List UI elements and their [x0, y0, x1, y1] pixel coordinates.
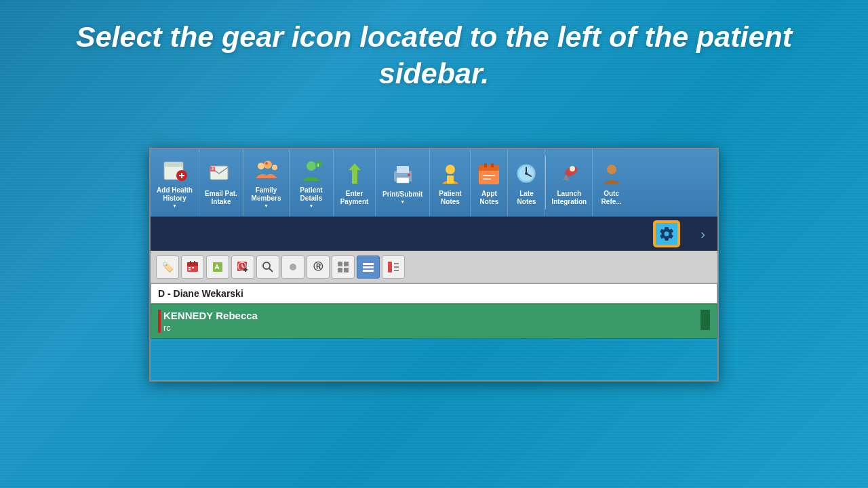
svg-rect-30	[491, 163, 494, 167]
edit-icon	[211, 260, 224, 274]
svg-rect-46	[189, 269, 191, 270]
sub-btn-person-list[interactable]	[382, 256, 405, 279]
svg-rect-44	[189, 267, 191, 268]
svg-point-55	[263, 262, 270, 269]
sub-btn-schedule[interactable]	[181, 256, 204, 279]
gear-icon	[658, 226, 675, 242]
patient-list-header: D - Diane Wekarski	[151, 283, 717, 304]
toolbar-patient-notes[interactable]: PatientNotes	[430, 149, 471, 216]
outgoing-referral-label: OutcRefe...	[601, 190, 622, 206]
patient-badge	[701, 310, 710, 330]
sub-btn-rx[interactable]: Ⓡ	[307, 256, 330, 279]
svg-point-57	[290, 264, 296, 270]
svg-point-12	[264, 161, 272, 169]
schedule-icon	[186, 260, 199, 274]
toolbar-patient-details[interactable]: i PatientDetails ▼	[290, 149, 334, 216]
clock-add-icon	[236, 260, 250, 274]
search-icon	[261, 260, 275, 274]
instruction-text: Select the gear icon located to the left…	[76, 20, 792, 89]
add-health-history-label: Add HealthHistory	[157, 186, 193, 203]
sub-btn-dot[interactable]	[281, 256, 304, 279]
svg-rect-61	[344, 268, 349, 272]
patient-details-label: PatientDetails	[300, 186, 322, 203]
svg-rect-4	[181, 173, 182, 178]
svg-point-38	[570, 166, 575, 171]
svg-rect-26	[479, 165, 499, 171]
patient-details-chevron: ▼	[309, 203, 314, 209]
sub-toolbar: 🏷️	[151, 251, 717, 283]
instruction-container: Select the gear icon located to the left…	[0, 0, 868, 104]
toolbar-outgoing-referral[interactable]: OutcRefe...	[593, 149, 630, 216]
svg-point-15	[307, 161, 316, 171]
grid-icon	[336, 260, 350, 274]
family-members-chevron: ▼	[264, 203, 269, 209]
patient-selected-row[interactable]: KENNEDY Rebecca rc	[151, 304, 717, 339]
patient-selected-info: KENNEDY Rebecca rc	[158, 310, 258, 333]
main-toolbar: Add HealthHistory ▼ Email Pat.Intake	[151, 149, 717, 217]
svg-point-39	[607, 165, 616, 174]
svg-point-23	[446, 165, 455, 174]
svg-marker-18	[349, 163, 361, 184]
print-submit-label: Print/Submit	[382, 190, 422, 199]
toolbar-appt-notes[interactable]: ApptNotes	[471, 149, 508, 216]
rx-icon: Ⓡ	[313, 261, 323, 273]
svg-rect-21	[397, 178, 409, 183]
patient-details-icon: i	[297, 156, 326, 184]
svg-rect-64	[363, 270, 374, 272]
toolbar-launch-integration[interactable]: LaunchIntegration	[546, 149, 593, 216]
add-health-history-icon	[161, 156, 189, 184]
appt-notes-icon	[475, 159, 503, 188]
enter-payment-icon	[340, 159, 369, 188]
toolbar-family-members[interactable]: FamilyMembers ▼	[243, 149, 290, 216]
svg-rect-1	[164, 162, 183, 167]
family-members-label: FamilyMembers	[252, 186, 281, 203]
outgoing-referral-icon	[597, 159, 626, 188]
svg-point-11	[258, 163, 264, 169]
patient-notes-label: PatientNotes	[439, 190, 461, 206]
svg-text:i: i	[317, 162, 319, 168]
screenshot-window: Add HealthHistory ▼ Email Pat.Intake	[149, 148, 719, 382]
svg-rect-29	[484, 163, 487, 167]
patient-notes-icon	[436, 159, 465, 188]
svg-point-14	[265, 162, 268, 165]
print-submit-chevron: ▼	[400, 199, 405, 205]
sub-btn-search[interactable]	[256, 256, 279, 279]
svg-rect-60	[338, 268, 342, 272]
svg-rect-59	[344, 262, 349, 266]
toolbar-late-notes[interactable]: LateNotes	[508, 149, 545, 216]
dark-navigation-bar: ›	[151, 217, 717, 251]
sub-btn-list-active[interactable]	[357, 256, 380, 279]
launch-integration-icon	[555, 159, 583, 188]
sub-btn-edit[interactable]	[206, 256, 229, 279]
sub-btn-clock[interactable]	[231, 256, 254, 279]
svg-rect-63	[363, 266, 374, 268]
toolbar-add-health-history[interactable]: Add HealthHistory ▼	[151, 149, 199, 216]
chevron-right-icon: ›	[701, 226, 705, 241]
gear-button[interactable]	[654, 221, 679, 247]
patient-header-name: D - Diane Wekarski	[158, 288, 243, 299]
sub-btn-tag[interactable]: 🏷️	[156, 256, 179, 279]
svg-rect-62	[363, 263, 374, 265]
main-background: Select the gear icon located to the left…	[0, 0, 868, 488]
svg-line-56	[269, 268, 273, 272]
person-list-icon	[387, 260, 400, 274]
svg-point-13	[272, 165, 277, 170]
svg-point-22	[408, 174, 410, 176]
svg-rect-20	[397, 166, 409, 173]
toolbar-enter-payment[interactable]: EnterPayment	[334, 149, 376, 216]
patient-selected-name: KENNEDY Rebecca	[163, 310, 258, 321]
email-patient-intake-icon	[207, 159, 235, 188]
list-icon	[361, 260, 375, 274]
toolbar-email-patient-intake[interactable]: Email Pat.Intake	[199, 149, 243, 216]
chevron-right-button[interactable]: ›	[701, 226, 705, 242]
patient-left-indicator	[158, 310, 161, 333]
add-health-history-chevron: ▼	[172, 203, 177, 209]
svg-point-35	[525, 172, 528, 175]
late-notes-label: LateNotes	[517, 190, 536, 206]
sub-btn-grid[interactable]	[332, 256, 355, 279]
tag-icon: 🏷️	[162, 262, 174, 272]
family-members-icon	[252, 156, 281, 184]
patient-list-area: D - Diane Wekarski KENNEDY Rebecca rc	[151, 283, 717, 339]
toolbar-print-submit[interactable]: Print/Submit ▼	[376, 149, 430, 216]
late-notes-icon	[512, 159, 540, 188]
